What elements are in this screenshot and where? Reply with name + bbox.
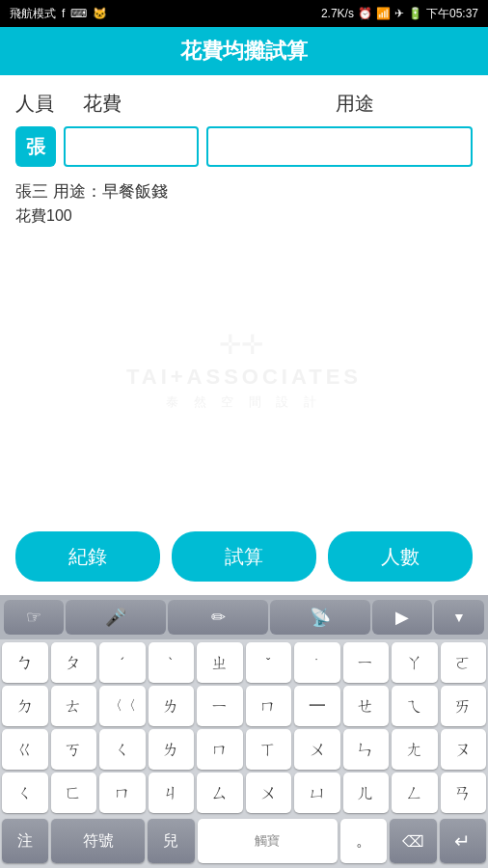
person-header: 人員 xyxy=(15,91,83,117)
enter-key[interactable]: ↵ xyxy=(440,819,486,863)
keyboard-icon: ⌨ xyxy=(70,7,87,20)
flight-mode: 飛航模式 xyxy=(10,6,56,22)
key-ang[interactable]: ㄤ xyxy=(392,729,438,770)
key-e[interactable]: ㄝ xyxy=(343,686,390,726)
key-en[interactable]: ㄣ xyxy=(343,729,390,770)
key-tone4[interactable]: ˋ xyxy=(149,642,195,683)
person-badge[interactable]: 張 xyxy=(15,126,56,167)
key-eng[interactable]: ㄥ xyxy=(392,773,438,813)
bottom-buttons: 紀錄 試算 人數 xyxy=(0,518,488,595)
purpose-input[interactable] xyxy=(206,126,473,167)
key-mo3[interactable]: ㄇ xyxy=(99,773,146,813)
key-an[interactable]: ㄢ xyxy=(441,773,487,813)
key-po[interactable]: ㄆ xyxy=(51,642,97,683)
people-button[interactable]: 人數 xyxy=(328,531,473,582)
key-tone2[interactable]: ˊ xyxy=(99,642,146,683)
key-zhi[interactable]: ㄓ xyxy=(197,642,243,683)
watermark-sub: 泰 然 空 間 設 計 xyxy=(166,393,322,411)
period-key[interactable]: 。 xyxy=(340,819,387,863)
key-a[interactable]: ㄚ xyxy=(392,642,438,683)
kb-row-1: ㄅ ㄆ ˊ ˋ ㄓ ˇ ˙ ㄧ ㄚ ㄛ xyxy=(2,642,486,683)
title-bar: 花費均攤試算 xyxy=(0,27,488,75)
key-ji[interactable]: ㄐ xyxy=(149,773,195,813)
weibo-tool-btn[interactable]: 📡 xyxy=(270,600,370,635)
key-rows: ㄅ ㄆ ˊ ˋ ㄓ ˇ ˙ ㄧ ㄚ ㄛ ㄉ ㄊ 〈〈 ㄌ ㄧ ㄇ 一 ㄝ ㄟ ㄞ… xyxy=(0,639,488,816)
wifi-icon: 📶 xyxy=(376,7,391,20)
key-qu2[interactable]: ㄑ xyxy=(2,773,48,813)
time: 下午05:37 xyxy=(426,6,478,22)
key-mo2[interactable]: ㄇ xyxy=(197,729,243,770)
key-yu[interactable]: ㄩ xyxy=(294,773,340,813)
column-headers: 人員 花費 用途 xyxy=(15,91,473,117)
record-line-2: 花費100 xyxy=(15,206,473,227)
key-u2[interactable]: ㄨ xyxy=(246,773,292,813)
key-ke[interactable]: ㄎ xyxy=(51,729,97,770)
er-key[interactable]: 兒 xyxy=(148,819,194,863)
key-le2[interactable]: ㄌ xyxy=(149,729,195,770)
mic-tool-btn[interactable]: 🎤 xyxy=(66,600,166,635)
key-ou[interactable]: ㄡ xyxy=(441,729,487,770)
expense-header: 花費 xyxy=(83,91,237,117)
key-bu[interactable]: ㄅ xyxy=(2,642,48,683)
main-content: 人員 花費 用途 張 張三 用途：早餐飯錢 花費100 ✛✛ TAI+ASSOC… xyxy=(0,75,488,518)
network-speed: 2.7K/s xyxy=(321,7,354,20)
battery-icon: 🔋 xyxy=(408,7,422,20)
space-key[interactable]: 觸寶 xyxy=(198,819,338,863)
cat-icon: 🐱 xyxy=(93,7,107,20)
key-fo[interactable]: ㄈ xyxy=(51,773,97,813)
collapse-btn[interactable]: ▼ xyxy=(434,600,484,635)
kb-row-4: ㄑ ㄈ ㄇ ㄐ ㄙ ㄨ ㄩ ㄦ ㄥ ㄢ xyxy=(2,773,486,813)
alarm-icon: ⏰ xyxy=(358,7,372,20)
key-line[interactable]: 一 xyxy=(294,686,340,726)
key-er[interactable]: ㄦ xyxy=(343,773,390,813)
arrow-tool-btn[interactable]: ▶ xyxy=(372,600,432,635)
keyboard-toolbar: ☞ 🎤 ✏ 📡 ▶ ▼ xyxy=(0,595,488,639)
input-row: 張 xyxy=(15,126,473,167)
keyboard-area: ☞ 🎤 ✏ 📡 ▶ ▼ ㄅ ㄆ ˊ ˋ ㄓ ˇ ˙ ㄧ ㄚ ㄛ ㄉ ㄊ 〈〈 ㄌ… xyxy=(0,595,488,868)
fuhao-key[interactable]: 符號 xyxy=(51,819,145,863)
hand-tool-btn[interactable]: ☞ xyxy=(4,600,64,635)
key-tone3[interactable]: ˇ xyxy=(246,642,292,683)
expense-input[interactable] xyxy=(64,126,199,167)
key-qu[interactable]: ㄑ xyxy=(99,729,146,770)
watermark-logo: TAI+ASSOCIATES xyxy=(126,365,362,390)
key-si[interactable]: ㄙ xyxy=(197,773,243,813)
zhu-key[interactable]: 注 xyxy=(2,819,48,863)
facebook-icon: f xyxy=(62,7,65,20)
key-dbl-angle[interactable]: 〈〈 xyxy=(99,686,146,726)
kb-row-2: ㄉ ㄊ 〈〈 ㄌ ㄧ ㄇ 一 ㄝ ㄟ ㄞ xyxy=(2,686,486,726)
key-mo[interactable]: ㄇ xyxy=(246,686,292,726)
status-left: 飛航模式 f ⌨ 🐱 xyxy=(10,6,107,22)
key-de[interactable]: ㄉ xyxy=(2,686,48,726)
key-u[interactable]: ㄨ xyxy=(294,729,340,770)
key-te[interactable]: ㄊ xyxy=(51,686,97,726)
key-ge[interactable]: ㄍ xyxy=(2,729,48,770)
kb-row-3: ㄍ ㄎ ㄑ ㄌ ㄇ ㄒ ㄨ ㄣ ㄤ ㄡ xyxy=(2,729,486,770)
key-ei[interactable]: ㄟ xyxy=(392,686,438,726)
key-le[interactable]: ㄌ xyxy=(149,686,195,726)
pencil-tool-btn[interactable]: ✏ xyxy=(168,600,268,635)
delete-key[interactable]: ⌫ xyxy=(390,819,436,863)
calculate-button[interactable]: 試算 xyxy=(172,531,316,582)
key-o[interactable]: ㄛ xyxy=(441,642,487,683)
key-ai[interactable]: ㄞ xyxy=(441,686,487,726)
app-title: 花費均攤試算 xyxy=(180,39,308,63)
watermark: ✛✛ TAI+ASSOCIATES 泰 然 空 間 設 計 xyxy=(15,236,473,502)
kb-bottom-row: 注 符號 兒 觸寶 。 ⌫ ↵ xyxy=(0,816,488,868)
key-i[interactable]: ㄧ xyxy=(197,686,243,726)
purpose-header: 用途 xyxy=(237,91,473,117)
record-line-1: 張三 用途：早餐飯錢 xyxy=(15,180,473,203)
key-tone5[interactable]: ˙ xyxy=(294,642,340,683)
key-yi[interactable]: ㄧ xyxy=(343,642,390,683)
key-xi[interactable]: ㄒ xyxy=(246,729,292,770)
status-bar: 飛航模式 f ⌨ 🐱 2.7K/s ⏰ 📶 ✈ 🔋 下午05:37 xyxy=(0,0,488,27)
status-right: 2.7K/s ⏰ 📶 ✈ 🔋 下午05:37 xyxy=(321,6,478,22)
record-button[interactable]: 紀錄 xyxy=(15,531,160,582)
airplane-icon: ✈ xyxy=(394,7,404,20)
